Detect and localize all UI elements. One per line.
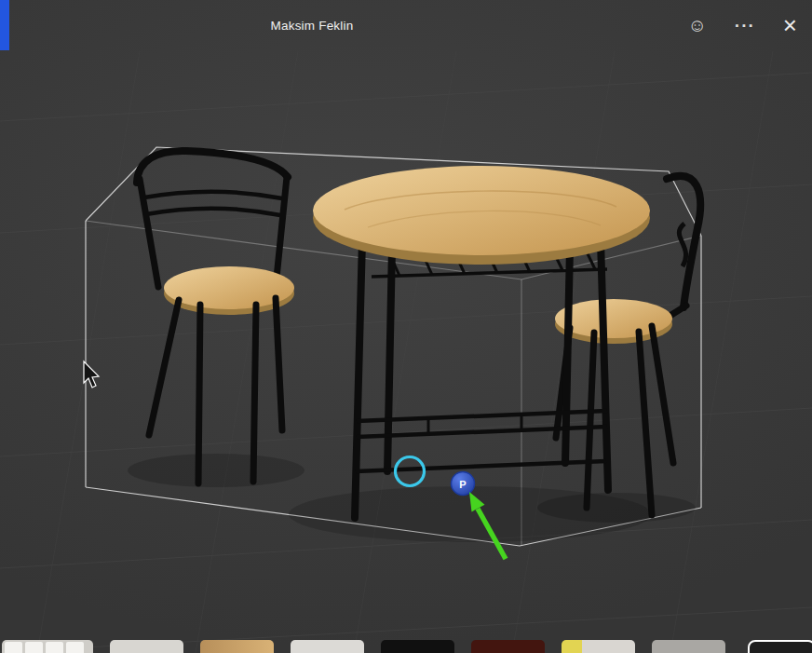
window-controls: ☺ ··· × <box>687 0 812 51</box>
thumbnail-tile[interactable] <box>471 640 545 653</box>
thumbnail-tile[interactable] <box>381 640 454 653</box>
thumbnail-subitem <box>46 642 63 653</box>
thumbnail-tile[interactable] <box>200 640 274 653</box>
thumbnail-tile[interactable] <box>562 640 635 653</box>
thumbnail-tile[interactable] <box>748 640 812 653</box>
thumbnail-tile[interactable] <box>110 640 183 653</box>
thumbnail-tile[interactable] <box>291 640 364 653</box>
edge-accent <box>0 0 9 50</box>
chair-left <box>137 151 294 483</box>
thumbnail-subitem <box>25 642 43 653</box>
feedback-smiley-icon[interactable]: ☺ <box>687 15 706 36</box>
grid-lines <box>0 51 812 653</box>
viewport-3d[interactable]: P <box>0 0 812 653</box>
title-bar: Maksim Feklin ☺ ··· × <box>0 0 812 51</box>
thumbnail-strip <box>2 640 812 653</box>
pivot-marker[interactable]: P <box>452 472 475 496</box>
thumbnail-subitem <box>66 642 84 653</box>
window-title: Maksim Feklin <box>0 0 624 51</box>
more-options-icon[interactable]: ··· <box>735 16 755 36</box>
thumbnail-tile[interactable] <box>652 640 725 653</box>
pivot-marker-label: P <box>459 479 466 490</box>
thumbnail-subitem <box>5 642 22 653</box>
close-icon[interactable]: × <box>783 11 797 40</box>
app-window: P Maksim Feklin ☺ ··· × <box>0 0 812 653</box>
thumbnail-tile[interactable] <box>2 640 93 653</box>
